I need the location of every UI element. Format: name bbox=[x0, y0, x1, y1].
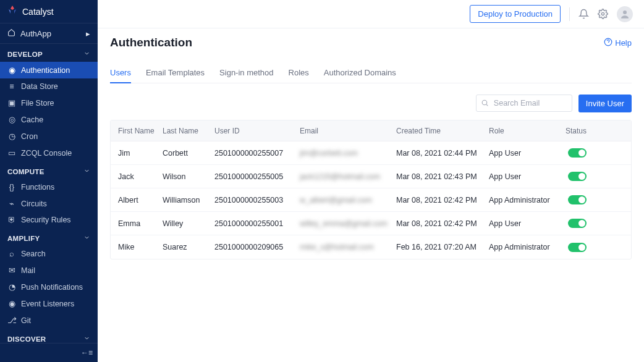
table-row[interactable]: Jack Wilson 2501000000255005 jack1215@ho… bbox=[111, 165, 631, 188]
cell-role: App Administrator bbox=[489, 196, 566, 204]
deploy-button[interactable]: Deploy to Production bbox=[470, 5, 561, 23]
sidebar-item-label: ZCQL Console bbox=[21, 149, 72, 158]
section-header-compute[interactable]: COMPUTE bbox=[0, 161, 98, 179]
table-row[interactable]: Jim Corbett 2501000000255007 jim@corbett… bbox=[111, 141, 631, 165]
brand-row[interactable]: Catalyst bbox=[0, 0, 98, 23]
sidebar-item-git[interactable]: ⎇Git bbox=[0, 312, 98, 329]
circuits-icon: ⌁ bbox=[7, 199, 16, 208]
cell-last-name: Williamson bbox=[163, 196, 214, 204]
topbar: Deploy to Production bbox=[98, 0, 644, 28]
cell-created-time: Mar 08, 2021 02:44 PM bbox=[396, 149, 489, 158]
help-icon bbox=[604, 38, 612, 48]
git-icon: ⎇ bbox=[7, 316, 16, 325]
table-row[interactable]: Emma Willey 2501000000255001 willey_emma… bbox=[111, 212, 631, 235]
tab-users[interactable]: Users bbox=[110, 63, 131, 83]
sidebar-item-label: Mail bbox=[21, 266, 35, 275]
cell-email: jack1215@hotmail.com bbox=[300, 172, 396, 181]
table-row[interactable]: Mike Suarez 2501000000209065 mike_s@hotm… bbox=[111, 235, 631, 259]
terminal-icon: ▭ bbox=[7, 148, 16, 158]
cell-role: App Administrator bbox=[489, 243, 566, 251]
invite-user-button[interactable]: Invite User bbox=[578, 95, 632, 112]
cell-last-name: Corbett bbox=[163, 149, 214, 158]
clock-icon: ◷ bbox=[7, 132, 16, 141]
cell-user-id: 2501000000255003 bbox=[214, 196, 300, 204]
table-row[interactable]: Albert Williamson 2501000000255003 w_alb… bbox=[111, 188, 631, 212]
sidebar-item-cache[interactable]: ◎Cache bbox=[0, 111, 98, 128]
event-icon: ◉ bbox=[7, 299, 16, 308]
sidebar-item-security[interactable]: ⛨Security Rules bbox=[0, 212, 98, 228]
cell-created-time: Mar 08, 2021 02:42 PM bbox=[396, 219, 489, 228]
user-icon: ◉ bbox=[7, 65, 16, 75]
table-header: First NameLast NameUser IDEmailCreated T… bbox=[111, 120, 631, 141]
notifications-icon[interactable] bbox=[578, 9, 589, 19]
sidebar-item-cron[interactable]: ◷Cron bbox=[0, 128, 98, 145]
sidebar-collapse-button[interactable]: ←≡ bbox=[0, 343, 98, 362]
cell-user-id: 2501000000255001 bbox=[214, 219, 300, 228]
section-title: DISCOVER bbox=[7, 335, 46, 343]
divider bbox=[569, 7, 570, 21]
sidebar-item-label: Search bbox=[21, 250, 46, 258]
folder-icon: ▣ bbox=[7, 98, 16, 107]
status-toggle[interactable] bbox=[568, 148, 587, 158]
cell-email: w_albert@gmail.com bbox=[300, 196, 396, 204]
status-toggle[interactable] bbox=[568, 243, 587, 252]
brand-name: Catalyst bbox=[22, 7, 54, 17]
chevron-down-icon bbox=[83, 167, 90, 175]
svg-line-5 bbox=[486, 104, 488, 106]
tab-roles[interactable]: Roles bbox=[289, 63, 309, 83]
svg-point-0 bbox=[601, 12, 604, 15]
shield-icon: ⛨ bbox=[7, 216, 16, 224]
sidebar-item-mail[interactable]: ✉Mail bbox=[0, 262, 98, 279]
users-table: First NameLast NameUser IDEmailCreated T… bbox=[110, 120, 632, 259]
cell-email: mike_s@hotmail.com bbox=[300, 243, 396, 251]
page-title: Authentication bbox=[110, 36, 192, 49]
sidebar-item-events[interactable]: ◉Event Listeners bbox=[0, 295, 98, 312]
help-link[interactable]: Help bbox=[604, 38, 632, 48]
collapse-icon: ←≡ bbox=[81, 348, 93, 357]
svg-point-4 bbox=[482, 100, 487, 105]
cell-first-name: Jim bbox=[118, 149, 163, 158]
sidebar-item-label: Event Listeners bbox=[21, 300, 74, 308]
cell-created-time: Mar 08, 2021 02:42 PM bbox=[396, 196, 489, 204]
sidebar-item-label: Push Notifications bbox=[21, 283, 83, 292]
sidebar-item-functions[interactable]: {}Functions bbox=[0, 179, 98, 195]
database-icon: ≡ bbox=[7, 82, 16, 91]
cell-role: App User bbox=[489, 149, 566, 158]
chevron-down-icon bbox=[83, 234, 90, 242]
sidebar-item-zcql[interactable]: ▭ZCQL Console bbox=[0, 145, 98, 161]
column-header: Email bbox=[300, 127, 396, 135]
sidebar-item-circuits[interactable]: ⌁Circuits bbox=[0, 195, 98, 212]
cell-user-id: 2501000000255007 bbox=[214, 149, 300, 158]
section-header-amplify[interactable]: AMPLIFY bbox=[0, 228, 98, 246]
sidebar-item-search[interactable]: ⌕Search bbox=[0, 246, 98, 262]
status-toggle[interactable] bbox=[568, 172, 587, 181]
help-label: Help bbox=[615, 38, 632, 48]
section-header-develop[interactable]: DEVELOP bbox=[0, 44, 98, 62]
sidebar-item-label: File Store bbox=[21, 99, 54, 107]
cell-first-name: Emma bbox=[118, 219, 163, 228]
tab-authorized-domains[interactable]: Authorized Domains bbox=[324, 63, 396, 83]
cell-last-name: Suarez bbox=[163, 243, 214, 251]
cell-first-name: Mike bbox=[118, 243, 163, 251]
tab-signin-method[interactable]: Sign-in method bbox=[219, 63, 273, 83]
settings-icon[interactable] bbox=[598, 9, 608, 19]
app-selector[interactable]: AuthApp ▸ bbox=[0, 23, 98, 44]
status-toggle[interactable] bbox=[568, 219, 587, 228]
status-toggle[interactable] bbox=[568, 195, 587, 204]
section-title: COMPUTE bbox=[7, 168, 44, 175]
sidebar-item-file-store[interactable]: ▣File Store bbox=[0, 95, 98, 111]
sidebar-item-label: Git bbox=[21, 316, 31, 325]
tab-email-templates[interactable]: Email Templates bbox=[146, 63, 205, 83]
sidebar-item-data-store[interactable]: ≡Data Store bbox=[0, 78, 98, 95]
sidebar-item-authentication[interactable]: ◉Authentication bbox=[0, 62, 98, 78]
search-icon: ⌕ bbox=[7, 250, 16, 258]
cache-icon: ◎ bbox=[7, 115, 16, 124]
column-header: First Name bbox=[118, 127, 163, 135]
search-input[interactable] bbox=[476, 95, 572, 112]
svg-point-1 bbox=[623, 11, 627, 14]
search-wrap bbox=[476, 95, 572, 112]
cell-role: App User bbox=[489, 172, 566, 181]
avatar[interactable] bbox=[617, 6, 633, 22]
sidebar-item-push[interactable]: ◔Push Notifications bbox=[0, 279, 98, 295]
sidebar-item-label: Cache bbox=[21, 116, 43, 124]
